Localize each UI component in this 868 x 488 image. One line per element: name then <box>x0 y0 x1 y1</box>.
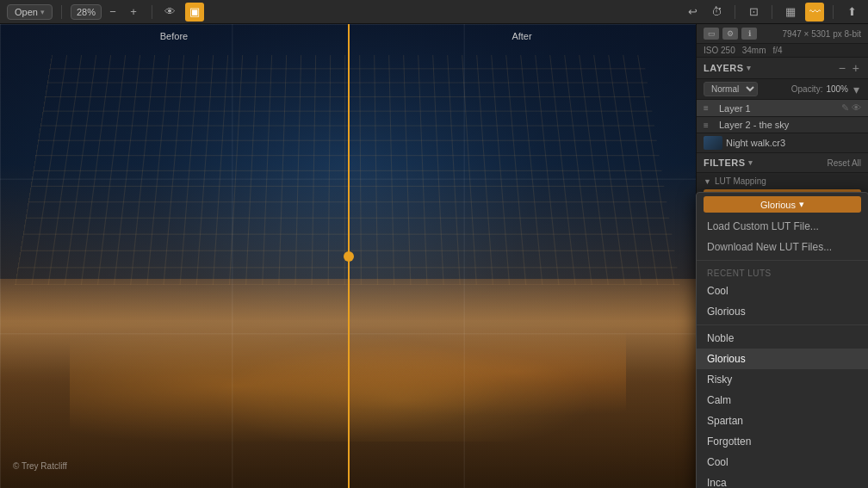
layer-name-2: Layer 2 - the sky <box>719 120 861 130</box>
zoom-minus-button[interactable]: − <box>103 3 122 22</box>
toolbar: Open ▾ 28% − + 👁 ▣ ↩ ⏱ ⊡ ▦ 〰 ⬆ <box>0 0 868 24</box>
opacity-chevron-icon[interactable]: ▾ <box>852 83 861 96</box>
tone-button[interactable]: 〰 <box>805 3 824 22</box>
layer-item-2[interactable]: ≡ Layer 2 - the sky <box>697 117 868 133</box>
dropdown-current-button[interactable]: Glorious ▾ <box>704 196 861 213</box>
settings-icon[interactable]: ⚙ <box>722 28 738 40</box>
recent-lut-glorious[interactable]: Glorious <box>697 301 868 322</box>
separator-1 <box>61 5 62 19</box>
focal-value: 34mm <box>742 46 766 55</box>
exif-row: ISO 250 34mm f/4 <box>697 44 868 58</box>
separator-4 <box>772 5 772 19</box>
layer-item-1[interactable]: ≡ Layer 1 ✎ 👁 <box>697 100 868 117</box>
eye-button[interactable]: 👁 <box>161 3 180 22</box>
layers-plus-button[interactable]: + <box>851 62 861 74</box>
lut-header: ▼ LUT Mapping <box>704 176 861 186</box>
aperture-value: f/4 <box>773 46 783 55</box>
lut-spartan[interactable]: Spartan <box>697 411 868 431</box>
load-custom-lut-item[interactable]: Load Custom LUT File... <box>697 216 868 237</box>
opacity-value: 100% <box>826 84 848 94</box>
blend-row: Normal Opacity: 100% ▾ <box>697 79 868 100</box>
dropdown-divider-2 <box>697 324 868 325</box>
zoom-plus-button[interactable]: + <box>124 3 143 22</box>
lut-dropdown-menu: Glorious ▾ Load Custom LUT File... Downl… <box>696 192 868 488</box>
recent-lut-cool[interactable]: Cool <box>697 281 868 301</box>
lut-mapping-label: LUT Mapping <box>715 176 766 186</box>
open-button[interactable]: Open ▾ <box>7 4 53 20</box>
reset-all-button[interactable]: Reset All <box>828 158 861 168</box>
iso-value: ISO 250 <box>704 46 735 55</box>
lut-glorious[interactable]: Glorious <box>697 349 868 369</box>
open-label: Open <box>15 7 38 17</box>
panel-info: ▭ ⚙ ℹ 7947 × 5301 px 8-bit <box>697 24 868 44</box>
lut-calm[interactable]: Calm <box>697 390 868 411</box>
layer-item-file[interactable]: Night walk.cr3 <box>697 133 868 153</box>
layers-actions: − + <box>837 62 861 74</box>
separator-2 <box>152 5 152 19</box>
filters-chevron-icon: ▾ <box>748 158 753 167</box>
lut-forgotten[interactable]: Forgotten <box>697 431 868 452</box>
recent-luts-label: RECENT LUTS <box>697 263 868 281</box>
layers-section-header: LAYERS ▾ − + <box>697 58 868 79</box>
dropdown-current-label: Glorious <box>760 200 796 210</box>
panel-icons: ▭ ⚙ ℹ <box>704 28 757 40</box>
compare-button[interactable]: ▣ <box>185 3 204 22</box>
layer-1-edit-icon[interactable]: ✎ <box>841 102 849 114</box>
histogram-icon[interactable]: ▭ <box>704 28 719 40</box>
lut-arrow-icon: ▼ <box>704 177 711 186</box>
filters-title: FILTERS ▾ <box>704 158 753 168</box>
lut-noble[interactable]: Noble <box>697 328 868 349</box>
file-name: Night walk.cr3 <box>726 138 861 148</box>
separator-3 <box>735 5 735 19</box>
undo-button[interactable]: ↩ <box>683 3 702 22</box>
meta-text: 7947 × 5301 px 8-bit <box>783 29 861 39</box>
grid-icon-btn[interactable]: ▦ <box>781 3 800 22</box>
layers-chevron-icon: ▾ <box>747 64 752 72</box>
dropdown-divider-1 <box>697 260 868 261</box>
file-thumbnail <box>704 136 722 150</box>
layer-toggle-icon-1: ≡ <box>704 103 716 113</box>
info-icon[interactable]: ℹ <box>741 28 757 40</box>
export-button[interactable]: ⬆ <box>842 3 861 22</box>
lut-risky[interactable]: Risky <box>697 369 868 390</box>
layer-toggle-icon-2: ≡ <box>704 120 716 130</box>
opacity-label: Opacity: <box>791 84 823 94</box>
lut-inca[interactable]: Inca <box>697 473 868 488</box>
crop-button[interactable]: ⊡ <box>744 3 763 22</box>
main-area: Before After © Trey Ratcliff ▭ ⚙ ℹ 7947 … <box>0 24 868 488</box>
split-line[interactable] <box>348 24 350 488</box>
lut-cool[interactable]: Cool <box>697 452 868 473</box>
blend-mode-select[interactable]: Normal <box>704 82 758 96</box>
zoom-control: 28% − + <box>71 3 143 22</box>
layer-name-1: Layer 1 <box>719 103 838 114</box>
layer-1-eye-icon[interactable]: 👁 <box>852 102 861 114</box>
right-panel: ▭ ⚙ ℹ 7947 × 5301 px 8-bit ISO 250 34mm … <box>696 24 868 488</box>
split-handle[interactable] <box>344 251 354 262</box>
open-chevron-icon: ▾ <box>40 8 45 16</box>
layers-title: LAYERS ▾ <box>704 63 751 73</box>
history-button[interactable]: ⏱ <box>707 3 726 22</box>
dropdown-chevron-icon: ▾ <box>799 199 804 210</box>
filters-section-header: FILTERS ▾ Reset All <box>697 153 868 173</box>
zoom-value: 28% <box>71 4 102 20</box>
download-lut-item[interactable]: Download New LUT Files... <box>697 237 868 257</box>
layer-1-actions: ✎ 👁 <box>841 102 861 114</box>
separator-5 <box>833 5 834 19</box>
layers-minus-button[interactable]: − <box>837 62 847 74</box>
image-area[interactable]: Before After © Trey Ratcliff <box>0 24 696 488</box>
